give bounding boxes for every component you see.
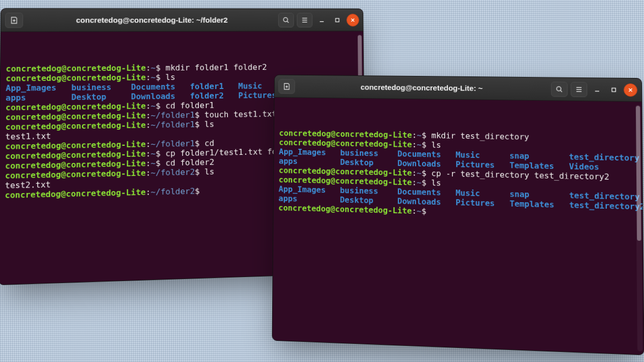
minimize-button[interactable] xyxy=(590,83,604,96)
maximize-button[interactable] xyxy=(331,14,344,26)
titlebar[interactable]: concretedog@concretedog-Lite: ~/folder2 xyxy=(1,9,363,32)
window-title: concretedog@concretedog-Lite: ~/folder2 xyxy=(26,16,275,24)
maximize-button[interactable] xyxy=(607,83,620,96)
minimize-button[interactable] xyxy=(315,14,328,26)
hamburger-icon xyxy=(575,85,583,93)
svg-rect-1 xyxy=(336,18,339,22)
svg-rect-3 xyxy=(612,88,615,92)
terminal-body[interactable]: concretedog@concretedog-Lite:~$ mkdir te… xyxy=(272,98,643,355)
new-tab-icon xyxy=(283,82,291,90)
search-button[interactable] xyxy=(278,13,294,27)
maximize-icon xyxy=(611,86,617,93)
hamburger-icon xyxy=(301,16,309,24)
new-tab-button[interactable] xyxy=(278,79,295,94)
scrollbar-thumb[interactable] xyxy=(636,106,641,241)
window-title: concretedog@concretedog-Lite: ~ xyxy=(298,82,548,93)
svg-point-0 xyxy=(283,18,287,22)
search-icon xyxy=(282,16,290,24)
minimize-icon xyxy=(319,17,325,23)
new-tab-icon xyxy=(10,16,19,24)
minimize-icon xyxy=(594,86,600,93)
search-icon xyxy=(555,85,563,93)
close-icon xyxy=(350,17,356,23)
close-button[interactable] xyxy=(347,14,359,26)
menu-button[interactable] xyxy=(297,13,312,27)
maximize-icon xyxy=(335,17,341,23)
search-button[interactable] xyxy=(551,81,568,97)
menu-button[interactable] xyxy=(571,81,587,97)
close-button[interactable] xyxy=(624,83,637,96)
new-tab-button[interactable] xyxy=(5,13,23,28)
svg-point-2 xyxy=(556,86,561,90)
close-icon xyxy=(627,86,634,93)
terminal-window-home[interactable]: concretedog@concretedog-Lite: ~ concrete… xyxy=(272,74,644,355)
scrollbar[interactable] xyxy=(635,105,643,351)
